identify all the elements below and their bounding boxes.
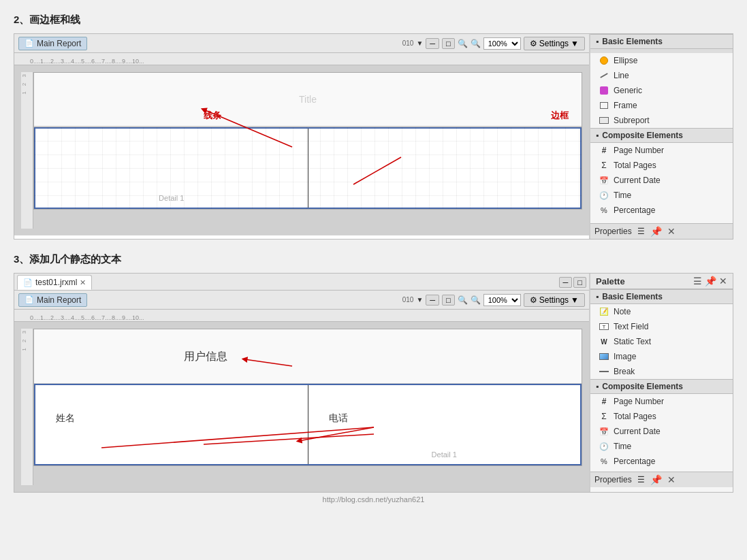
panel-item-note[interactable]: 📝 Note [590, 304, 733, 319]
detail2-col2: 电话 Detail 1 [308, 385, 581, 464]
line-icon [599, 70, 609, 81]
panel-item-totalpages1[interactable]: Σ Total Pages [590, 158, 733, 173]
tab-file[interactable]: 📄 test01.jrxml ✕ [17, 275, 92, 290]
panel-item-line[interactable]: Line [590, 68, 733, 83]
frame-icon [599, 100, 609, 111]
report-tab2-label: Main Report [37, 295, 81, 305]
settings-label2: Settings [539, 295, 569, 305]
zoom-out2[interactable]: 🔍 [471, 295, 481, 305]
col2-label: 电话 [329, 412, 348, 425]
toolbar2-arrow[interactable]: ▼ [416, 296, 423, 303]
zoom-icon1[interactable]: 🔍 [458, 39, 468, 48]
sigma-icon1: Σ [599, 160, 609, 171]
totalpages-label1: Total Pages [614, 161, 656, 170]
panel-item-pagenumber1[interactable]: # Page Number [590, 143, 733, 158]
palette-actions: ☰ 📌 ✕ [693, 276, 727, 286]
panel-item-time2[interactable]: 🕐 Time [590, 439, 733, 454]
panel-item-statictext[interactable]: W Static Text [590, 334, 733, 349]
panel-item-frame[interactable]: Frame [590, 98, 733, 113]
footer: http://blog.csdn.net/yuzhan621 [14, 495, 733, 504]
palette-label: Palette [596, 276, 625, 286]
pin-icon1[interactable]: 📌 [650, 226, 662, 237]
sigma-icon2: Σ [599, 411, 609, 422]
zoom-icon2[interactable]: 🔍 [458, 295, 468, 305]
basic-elements-label2: Basic Elements [602, 292, 663, 301]
right-panel1: ▪ Basic Elements Ellipse Line Generic [590, 34, 733, 239]
close-prop2[interactable]: ✕ [667, 474, 676, 485]
panel-item-generic[interactable]: Generic [590, 83, 733, 98]
ellipse-label: Ellipse [614, 56, 637, 65]
composite-elements-label2: Composite Elements [602, 382, 683, 391]
composite-expand2: ▪ [596, 382, 599, 391]
minimize-btn2[interactable]: ─ [559, 277, 573, 288]
toolbar2: 📄 Main Report 010 ▼ ─ □ 🔍 🔍 100% 75% [14, 291, 589, 310]
palette-icon1[interactable]: ☰ [693, 276, 702, 286]
left-ruler2: 1 2 3 [21, 329, 33, 485]
panel-item-textfield[interactable]: T Text Field [590, 319, 733, 334]
settings-btn1[interactable]: ⚙ Settings ▼ [524, 37, 585, 50]
basic-expand1: ▪ [596, 37, 599, 46]
palette-pin[interactable]: 📌 [705, 276, 716, 286]
percentage-label1: Percentage [614, 205, 655, 215]
panel-item-time1[interactable]: 🕐 Time [590, 188, 733, 203]
report-icon2: 📄 [25, 295, 34, 304]
maximize-btn1[interactable]: □ [442, 38, 455, 49]
section1: 2、画边框和线 📄 Main Report 010 ▼ ─ □ 🔍 🔍 [14, 14, 733, 240]
detail2-col1: 姓名 [35, 385, 308, 464]
toolbar1: 📄 Main Report 010 ▼ ─ □ 🔍 🔍 100% 75% [14, 34, 589, 53]
statictext-label: Static Text [614, 337, 651, 346]
note-label: Note [614, 307, 631, 316]
basic-elements-header2: ▪ Basic Elements [590, 289, 733, 304]
close-prop1[interactable]: ✕ [667, 226, 676, 237]
pin-icon2[interactable]: 📌 [650, 474, 662, 485]
zoom-select1[interactable]: 100% 75% 50% 150% [483, 37, 521, 50]
panel-item-pagenumber2[interactable]: # Page Number [590, 394, 733, 409]
properties-icon2: ☰ [637, 475, 645, 484]
minimize-btn2b[interactable]: ─ [426, 295, 439, 306]
composite-expand1: ▪ [596, 131, 599, 140]
zoom-control2[interactable]: 100% 75% 50% 150% [483, 294, 521, 306]
panel-item-percentage1[interactable]: % Percentage [590, 203, 733, 218]
panel-item-break[interactable]: Break [590, 364, 733, 379]
tab-file-close[interactable]: ✕ [80, 278, 86, 287]
palette-close[interactable]: ✕ [719, 276, 727, 286]
generic-icon [599, 85, 609, 96]
minimize-btn1[interactable]: ─ [426, 38, 439, 49]
panel-item-totalpages2[interactable]: Σ Total Pages [590, 409, 733, 424]
properties-label2: Properties [594, 475, 632, 484]
right-panel2: Palette ☰ 📌 ✕ ▪ Basic Elements 📝 Note [590, 274, 733, 492]
panel-item-subreport[interactable]: Subreport [590, 113, 733, 128]
canvas-inner1: Title Detail 1 [33, 72, 582, 210]
toolbar2-num: 010 [402, 296, 414, 303]
col1-label: 姓名 [56, 412, 75, 425]
title2-section: 用户信息 [34, 329, 582, 384]
zoom-out1[interactable]: 🔍 [471, 39, 481, 48]
report-tab1[interactable]: 📄 Main Report [18, 37, 87, 50]
panel-item-currentdate2[interactable]: 📅 Current Date [590, 424, 733, 439]
panel-item-percentage2[interactable]: % Percentage [590, 454, 733, 469]
title-label1: Title [299, 94, 317, 105]
panel-item-image[interactable]: Image [590, 349, 733, 364]
subreport-icon [599, 115, 609, 126]
toolbar1-arrow[interactable]: ▼ [416, 39, 423, 47]
detail-col2 [308, 129, 581, 208]
panel-item-ellipse[interactable]: Ellipse [590, 53, 733, 68]
maximize-btn2[interactable]: □ [573, 277, 586, 288]
hash-icon1: # [599, 145, 609, 156]
textfield-label: Text Field [614, 322, 648, 331]
report-tab2[interactable]: 📄 Main Report [18, 293, 87, 307]
zoom-control1[interactable]: 100% 75% 50% 150% [483, 37, 521, 50]
detail-label1: Detail 1 [159, 194, 184, 202]
pagenumber-label2: Page Number [614, 397, 664, 406]
zoom-select2[interactable]: 100% 75% 50% 150% [483, 294, 521, 306]
maximize-btn2b[interactable]: □ [442, 295, 455, 306]
section2-header: 3、添加几个静态的文本 [14, 253, 733, 266]
currentdate-label2: Current Date [614, 427, 661, 436]
footer-url: http://blog.csdn.net/yuzhan621 [323, 495, 425, 504]
canvas-inner2: 用户信息 姓名 电话 Detail 1 [33, 329, 582, 466]
settings-btn2[interactable]: ⚙ Settings ▼ [524, 293, 585, 307]
textfield-icon: T [599, 321, 609, 332]
panel-item-currentdate1[interactable]: 📅 Current Date [590, 173, 733, 188]
currentdate-label1: Current Date [614, 176, 661, 185]
settings-arrow2: ▼ [571, 295, 579, 305]
